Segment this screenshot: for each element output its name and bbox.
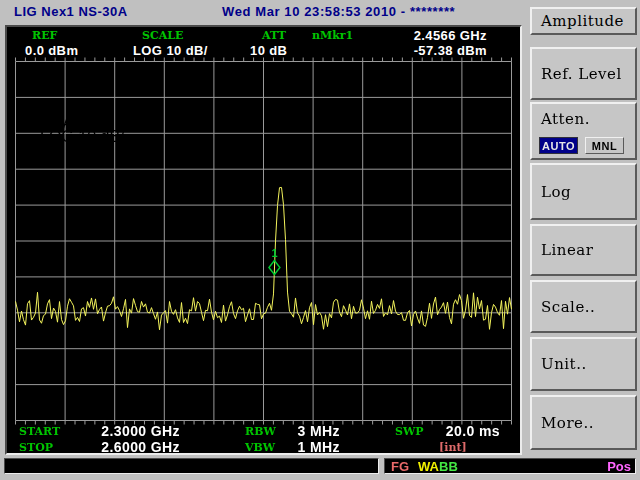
marker-frequency-readout: 2.4566 GHz xyxy=(382,28,487,43)
scale-value: LOG 10 dB/ xyxy=(133,43,208,58)
att-value: 10 dB xyxy=(250,43,287,58)
vbw-value: 1 MHz xyxy=(280,439,340,455)
swp-value: 20.0 ms xyxy=(435,423,500,439)
stop-value: 2.6000 GHz xyxy=(95,439,180,455)
status-wa-badge: WA xyxy=(418,459,439,474)
status-fg-badge: FG xyxy=(391,459,409,474)
rbw-value: 3 MHz xyxy=(280,423,340,439)
scale-button[interactable]: Scale.. xyxy=(530,280,637,333)
ref-level-button[interactable]: Ref. Level xyxy=(530,47,637,100)
atten-auto-mnl-toggle: AUTO MNL xyxy=(532,128,635,154)
status-field-left xyxy=(4,458,379,474)
atten-auto-option[interactable]: AUTO xyxy=(539,137,578,154)
unit-button[interactable]: Unit.. xyxy=(530,337,637,391)
atten-mnl-option[interactable]: MNL xyxy=(585,137,624,154)
menu-title-amplitude[interactable]: Amplitude xyxy=(530,7,637,35)
log-button[interactable]: Log xyxy=(530,163,637,220)
ref-value: 0.0 dBm xyxy=(25,43,78,58)
trigger-source-indicator: [int] xyxy=(439,441,467,454)
spectrum-plot xyxy=(15,57,513,426)
status-field-right: FG WA BB Pos xyxy=(384,458,636,474)
scale-label: SCALE xyxy=(142,29,183,42)
atten-button[interactable]: Atten. AUTO MNL xyxy=(530,102,637,160)
device-model: LIG Nex1 NS-30A xyxy=(14,4,128,19)
more-button[interactable]: More.. xyxy=(530,395,637,450)
stop-label: STOP xyxy=(19,441,53,454)
crt-display: REF SCALE ATT nMkr1 2.4566 GHz 0.0 dBm L… xyxy=(5,25,522,455)
marker-amplitude-readout: -57.38 dBm xyxy=(382,43,487,58)
linear-button[interactable]: Linear xyxy=(530,224,637,276)
vbw-label: VBW xyxy=(245,441,275,454)
swp-label: SWP xyxy=(395,425,424,438)
start-label: START xyxy=(19,425,60,438)
status-bb-badge: BB xyxy=(439,459,458,474)
marker-label: nMkr1 xyxy=(312,29,353,42)
att-label: ATT xyxy=(262,29,286,42)
status-pos-badge: Pos xyxy=(607,459,631,474)
ref-label: REF xyxy=(32,29,57,42)
atten-button-label: Atten. xyxy=(532,104,635,128)
rbw-label: RBW xyxy=(245,425,276,438)
scale-overlay-line2: LOG 10 dB/ xyxy=(40,128,125,146)
spectrum-analyzer-screen: LIG Nex1 NS-30A Wed Mar 10 23:58:53 2010… xyxy=(0,0,640,480)
datetime-readout: Wed Mar 10 23:58:53 2010 - ******** xyxy=(222,4,455,19)
start-value: 2.3000 GHz xyxy=(95,423,180,439)
